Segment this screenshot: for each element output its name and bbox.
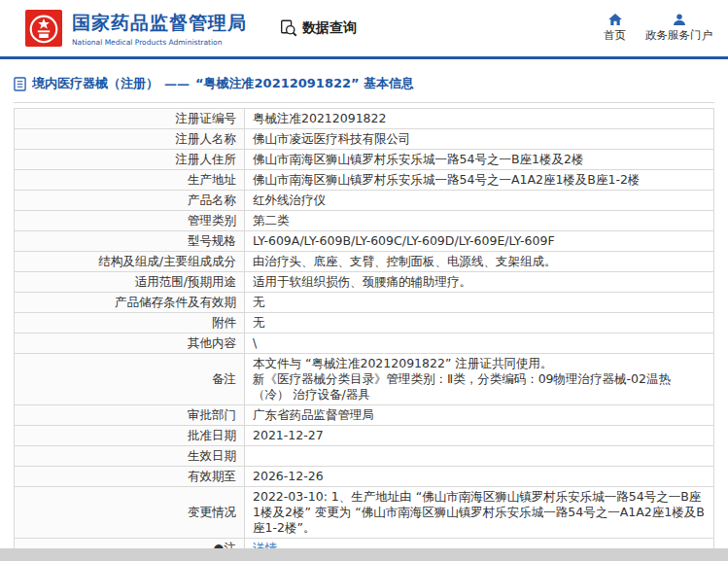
org-names: 国家药品监督管理局 National Medical Products Admi… [72, 11, 247, 47]
row-label: 产品储存条件及有效期 [15, 293, 245, 313]
row-value: 佛山市南海区狮山镇罗村乐安乐城一路54号之一B座1楼及2楼 [245, 150, 714, 170]
row-label: 附件 [15, 313, 245, 333]
table-row: 批准日期 2021-12-27 [15, 426, 714, 446]
row-value: 广东省药品监督管理局 [245, 405, 714, 426]
table-row: 其他内容 \ [15, 333, 714, 354]
table-row: 产品名称 红外线治疗仪 [15, 191, 714, 211]
nmpa-emblem-logo [25, 10, 62, 47]
row-label: 生效日期 [15, 446, 245, 467]
data-query-nav[interactable]: 数据查询 [280, 19, 357, 37]
header-nav: 首页 政务服务门户 [604, 14, 712, 43]
breadcrumb-separator: —— [164, 77, 190, 91]
breadcrumb: 境内医疗器械（注册） —— “粤械注准20212091822” 基本信息 [14, 71, 714, 103]
row-label: 其他内容 [15, 333, 245, 354]
row-label: 注册人名称 [15, 129, 245, 150]
table-row: 型号规格 LY-609A/LY-609B/LY-609C/LY-609D/LY-… [15, 231, 714, 252]
table-row: 有效期至 2026-12-26 [15, 467, 714, 487]
table-row: 审批部门 广东省药品监督管理局 [15, 405, 714, 426]
home-icon [608, 14, 622, 25]
row-label: 生产地址 [15, 170, 245, 191]
row-label: 注册证编号 [15, 109, 245, 129]
row-value: 佛山市凌远医疗科技有限公司 [245, 129, 714, 150]
org-name-cn: 国家药品监督管理局 [72, 11, 247, 36]
page-bottom-strip [0, 548, 728, 561]
nav-portal[interactable]: 政务服务门户 [645, 14, 712, 43]
row-label: 适用范围/预期用途 [15, 272, 245, 293]
row-value: 适用于软组织损伤、颈腰痛的辅助理疗。 [245, 272, 714, 293]
table-row: 备注 本文件与 “粤械注准20212091822” 注册证共同使用。 新《医疗器… [15, 354, 714, 405]
row-label: 注册人住所 [15, 150, 245, 170]
row-value: 2021-12-27 [245, 426, 714, 446]
table-row: 结构及组成/主要组成成分 由治疗头、底座、支臂、控制面板、电源线、支架组成。 [15, 252, 714, 272]
row-label: 有效期至 [15, 467, 245, 487]
row-value: 无 [245, 313, 714, 333]
row-label: 产品名称 [15, 191, 245, 211]
document-icon [14, 77, 26, 91]
breadcrumb-category: 境内医疗器械（注册） [32, 75, 158, 92]
row-label: 批准日期 [15, 426, 245, 446]
data-query-label: 数据查询 [302, 19, 357, 37]
row-value: 无 [245, 293, 714, 313]
row-label: 变更情况 [15, 487, 245, 539]
org-name-en: National Medical Products Administration [72, 38, 247, 47]
row-label: 管理类别 [15, 211, 245, 231]
user-icon [673, 14, 686, 25]
row-value [245, 446, 714, 467]
nav-portal-label: 政务服务门户 [645, 28, 712, 43]
row-value: 2026-12-26 [245, 467, 714, 487]
search-document-icon [280, 19, 297, 37]
row-value: 粤械注准20212091822 [245, 109, 714, 129]
row-value: 红外线治疗仪 [245, 191, 714, 211]
nav-home-label: 首页 [604, 28, 626, 43]
row-value: \ [245, 333, 714, 354]
nav-home[interactable]: 首页 [604, 14, 626, 43]
row-value: 佛山市南海区狮山镇罗村乐安乐城一路54号之一A1A2座1楼及B座1-2楼 [245, 170, 714, 191]
table-row: 生产地址 佛山市南海区狮山镇罗村乐安乐城一路54号之一A1A2座1楼及B座1-2… [15, 170, 714, 191]
table-row: 附件 无 [15, 313, 714, 333]
row-label: 型号规格 [15, 231, 245, 252]
row-label: 备注 [15, 354, 245, 405]
info-table-body: 注册证编号 粤械注准20212091822 注册人名称 佛山市凌远医疗科技有限公… [15, 109, 714, 559]
table-row: 管理类别 第二类 [15, 211, 714, 231]
table-row: 注册证编号 粤械注准20212091822 [15, 109, 714, 129]
table-row: 适用范围/预期用途 适用于软组织损伤、颈腰痛的辅助理疗。 [15, 272, 714, 293]
main-content: 境内医疗器械（注册） —— “粤械注准20212091822” 基本信息 注册证… [0, 59, 728, 559]
row-label: 审批部门 [15, 405, 245, 426]
table-row: 产品储存条件及有效期 无 [15, 293, 714, 313]
table-row: 变更情况 2022-03-10: 1、生产地址由 “佛山市南海区狮山镇罗村乐安乐… [15, 487, 714, 539]
site-header: 国家药品监督管理局 National Medical Products Admi… [0, 0, 728, 59]
table-row: 注册人住所 佛山市南海区狮山镇罗村乐安乐城一路54号之一B座1楼及2楼 [15, 150, 714, 170]
row-label: 结构及组成/主要组成成分 [15, 252, 245, 272]
table-row: 生效日期 [15, 446, 714, 467]
row-value: 本文件与 “粤械注准20212091822” 注册证共同使用。 新《医疗器械分类… [245, 354, 714, 405]
table-row: 注册人名称 佛山市凌远医疗科技有限公司 [15, 129, 714, 150]
row-value: 由治疗头、底座、支臂、控制面板、电源线、支架组成。 [245, 252, 714, 272]
row-value: 第二类 [245, 211, 714, 231]
row-value: LY-609A/LY-609B/LY-609C/LY-609D/LY-609E/… [245, 231, 714, 252]
page-title: “粤械注准20212091822” 基本信息 [195, 75, 414, 92]
row-value: 2022-03-10: 1、生产地址由 “佛山市南海区狮山镇罗村乐安乐城一路54… [245, 487, 714, 539]
registration-info-table: 注册证编号 粤械注准20212091822 注册人名称 佛山市凌远医疗科技有限公… [14, 108, 714, 559]
